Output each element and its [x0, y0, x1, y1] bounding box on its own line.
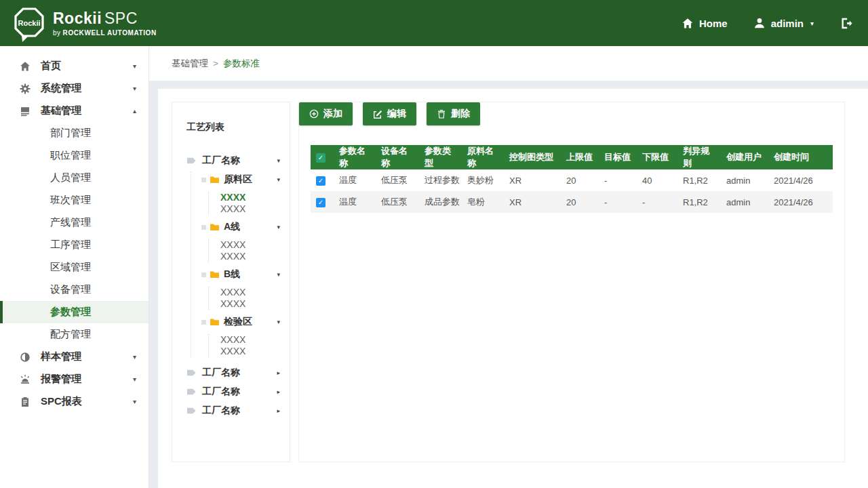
main-panel: 工艺列表 工厂名称 ▾: [158, 89, 868, 488]
column-header: 参数名称: [334, 145, 376, 169]
table-header-row: ✓ 参数名称 设备名称 参数类型 原料名称 控制图类型 上限值 目标值 下限值 …: [311, 145, 833, 169]
chevron-right-icon: ▸: [277, 388, 283, 395]
sidebar-item-area-mgmt[interactable]: 区域管理: [0, 256, 149, 279]
parameter-table-panel: 添加 编辑: [298, 102, 845, 462]
tree-node-factory-2[interactable]: 工厂名称 ▸: [186, 363, 283, 382]
edit-button[interactable]: 编辑: [363, 102, 416, 125]
sidebar-item-parameter-mgmt[interactable]: 参数管理: [0, 301, 149, 323]
nav-home[interactable]: Home: [682, 18, 728, 29]
content-background: 工艺列表 工厂名称 ▾: [149, 81, 868, 488]
tree-node-square-icon: [201, 225, 206, 230]
tree-leaf[interactable]: XXXX: [220, 298, 283, 310]
tree-leaf[interactable]: XXXX: [220, 346, 283, 357]
sidebar-item-sample-mgmt[interactable]: 样本管理 ▾: [0, 346, 149, 368]
select-all-checkbox[interactable]: ✓: [316, 153, 326, 163]
folder-icon: [210, 223, 220, 231]
column-header: 下限值: [637, 145, 677, 169]
chevron-down-icon: ▾: [810, 20, 814, 27]
chevron-right-icon: ▸: [277, 407, 283, 414]
sidebar-submenu-base-mgmt: 部门管理 职位管理 人员管理 班次管理 产线管理 工序管理 区域管理 设备管理 …: [0, 122, 149, 346]
tree-node-factory-4[interactable]: 工厂名称 ▸: [186, 401, 283, 420]
column-header: 创建时间: [768, 145, 833, 169]
sidebar-item-base-mgmt[interactable]: 基础管理 ▴: [0, 100, 149, 122]
chevron-down-icon: ▾: [133, 353, 136, 361]
row-checkbox[interactable]: ✓: [316, 198, 326, 207]
sidebar-item-spc-report[interactable]: SPC报表 ▾: [0, 390, 149, 413]
tree-node-factory-3[interactable]: 工厂名称 ▸: [186, 382, 283, 401]
column-header: 判异规则: [677, 145, 721, 169]
tree-node-line-b[interactable]: B线 ▾: [201, 266, 283, 283]
nav-logout-button[interactable]: [840, 17, 853, 30]
tree-leaf[interactable]: XXXX: [220, 203, 283, 215]
column-header: 创建用户: [721, 145, 768, 169]
tree-title: 工艺列表: [186, 121, 283, 134]
breadcrumb-separator: >: [213, 58, 218, 68]
table-row[interactable]: ✓ 温度 低压泵 成品参数 皂粉 XR 20 - - R1,R2 admin: [311, 191, 833, 213]
sidebar-item-recipe-mgmt[interactable]: 配方管理: [0, 323, 149, 346]
home-icon: [682, 18, 694, 29]
tree-leaf[interactable]: XXXX: [220, 251, 283, 262]
tree-leaf-selected[interactable]: XXXX: [220, 192, 283, 203]
tree-children-factory-1: 原料区 ▾ XXXX XXXX: [191, 171, 283, 357]
factory-tag-icon: [186, 157, 197, 165]
tree-node-square-icon: [201, 178, 206, 182]
chevron-down-icon: ▾: [133, 62, 136, 70]
sidebar-item-line-mgmt[interactable]: 产线管理: [0, 211, 149, 234]
chevron-up-icon: ▴: [133, 107, 136, 115]
sidebar-item-dept-mgmt[interactable]: 部门管理: [0, 122, 149, 144]
column-header: 控制图类型: [504, 145, 561, 169]
factory-tag-icon: [186, 388, 197, 396]
factory-tag-icon: [186, 369, 197, 377]
sidebar: 首页 ▾ 系统管理 ▾: [0, 46, 149, 488]
edit-icon: [373, 109, 382, 119]
sidebar-item-system-mgmt[interactable]: 系统管理 ▾: [0, 77, 149, 100]
sidebar-item-shift-mgmt[interactable]: 班次管理: [0, 189, 149, 211]
tree-node-raw-material-area[interactable]: 原料区 ▾: [201, 171, 283, 188]
brand-title: RockiiSPC: [53, 9, 157, 28]
table-row[interactable]: ✓ 温度 低压泵 过程参数 奥妙粉 XR 20 - 40 R1,R2 admin: [311, 169, 833, 191]
top-nav: Home adimin ▾: [682, 17, 853, 30]
sidebar-item-device-mgmt[interactable]: 设备管理: [0, 279, 149, 301]
nav-user-menu[interactable]: adimin ▾: [753, 17, 814, 29]
brand: Rockii RockiiSPC by ROCKWELL AUTOMATION: [14, 3, 157, 43]
tree-node-factory-1[interactable]: 工厂名称 ▾: [186, 151, 283, 170]
logo-text: Rockii: [18, 19, 40, 27]
sidebar-item-personnel-mgmt[interactable]: 人员管理: [0, 167, 149, 189]
chevron-down-icon: ▾: [277, 319, 283, 325]
chevron-down-icon: ▾: [277, 271, 283, 278]
sample-icon: [19, 352, 31, 363]
tree-node-inspection-area[interactable]: 检验区 ▾: [201, 314, 283, 330]
folder-icon: [210, 318, 220, 326]
alarm-icon: [19, 374, 31, 385]
breadcrumb-current[interactable]: 参数标准: [223, 58, 260, 70]
tree-leaf[interactable]: XXXX: [220, 239, 283, 251]
column-header: 目标值: [599, 145, 637, 169]
chevron-down-icon: ▾: [277, 224, 283, 230]
tree-leaf[interactable]: XXXX: [220, 334, 283, 346]
tree-node-line-a[interactable]: A线 ▾: [201, 219, 283, 235]
tree-leaf[interactable]: XXXX: [220, 287, 283, 298]
breadcrumb: 基础管理 > 参数标准: [149, 46, 868, 81]
trash-icon: [437, 109, 446, 119]
report-icon: [19, 396, 31, 407]
brand-name: Rockii: [53, 9, 102, 27]
chevron-down-icon: ▾: [133, 398, 136, 405]
brand-byline: by ROCKWELL AUTOMATION: [53, 29, 157, 37]
delete-button[interactable]: 删除: [427, 102, 480, 125]
process-tree-panel: 工艺列表 工厂名称 ▾: [172, 102, 290, 462]
add-button[interactable]: 添加: [299, 102, 353, 125]
sidebar-item-position-mgmt[interactable]: 职位管理: [0, 144, 149, 167]
nav-user-name: adimin: [771, 18, 804, 29]
sidebar-item-alarm-mgmt[interactable]: 报警管理 ▾: [0, 368, 149, 390]
column-header: 原料名称: [462, 145, 504, 169]
column-header: 参数类型: [419, 145, 462, 169]
breadcrumb-parent[interactable]: 基础管理: [172, 58, 208, 70]
top-header: Rockii RockiiSPC by ROCKWELL AUTOMATION …: [0, 0, 868, 46]
row-checkbox[interactable]: ✓: [316, 176, 326, 186]
content-area: 基础管理 > 参数标准 工艺列表 工厂名称 ▾: [149, 46, 868, 488]
factory-tag-icon: [186, 407, 197, 415]
home-icon: [19, 61, 31, 72]
column-header: 设备名称: [376, 145, 419, 169]
sidebar-item-process-mgmt[interactable]: 工序管理: [0, 234, 149, 256]
sidebar-item-home[interactable]: 首页 ▾: [0, 55, 149, 77]
